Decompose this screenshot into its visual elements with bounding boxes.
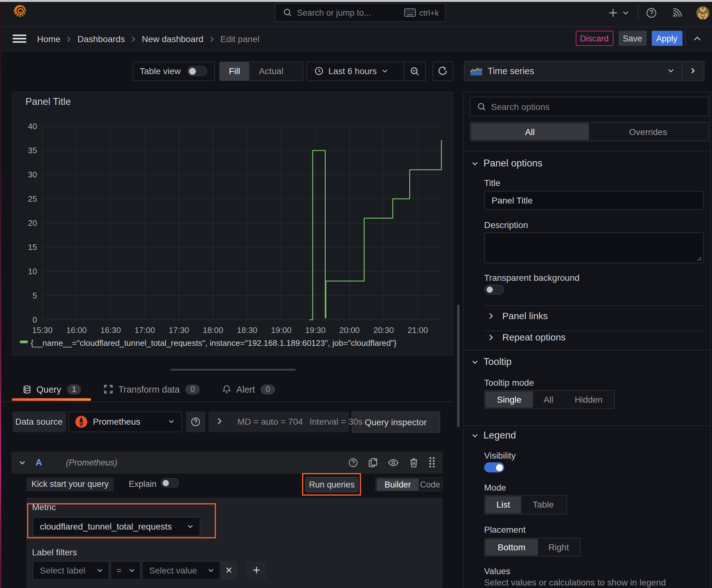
svg-text:19:00: 19:00	[271, 325, 291, 335]
svg-text:10: 10	[28, 266, 37, 276]
svg-text:20:30: 20:30	[373, 325, 393, 335]
svg-text:0: 0	[33, 315, 37, 324]
svg-text:35: 35	[28, 145, 37, 155]
svg-text:Panel Title: Panel Title	[25, 96, 71, 107]
svg-text:16:30: 16:30	[100, 325, 121, 335]
svg-text:19:30: 19:30	[305, 325, 325, 335]
svg-text:5: 5	[33, 291, 37, 300]
svg-text:18:00: 18:00	[202, 325, 223, 335]
svg-text:20: 20	[28, 218, 37, 227]
svg-text:15: 15	[28, 242, 37, 252]
svg-text:17:30: 17:30	[168, 325, 189, 335]
svg-text:17:00: 17:00	[134, 325, 155, 335]
svg-text:20:00: 20:00	[339, 325, 360, 335]
svg-text:30: 30	[28, 170, 37, 179]
svg-text:21:00: 21:00	[407, 325, 428, 335]
svg-text:25: 25	[28, 194, 37, 203]
svg-text:40: 40	[28, 121, 37, 131]
svg-text:18:30: 18:30	[237, 325, 257, 335]
svg-text:16:00: 16:00	[66, 325, 86, 335]
svg-text:15:30: 15:30	[32, 325, 52, 335]
svg-text:{__name__="cloudflared_tunnel_: {__name__="cloudflared_tunnel_total_requ…	[30, 338, 396, 348]
